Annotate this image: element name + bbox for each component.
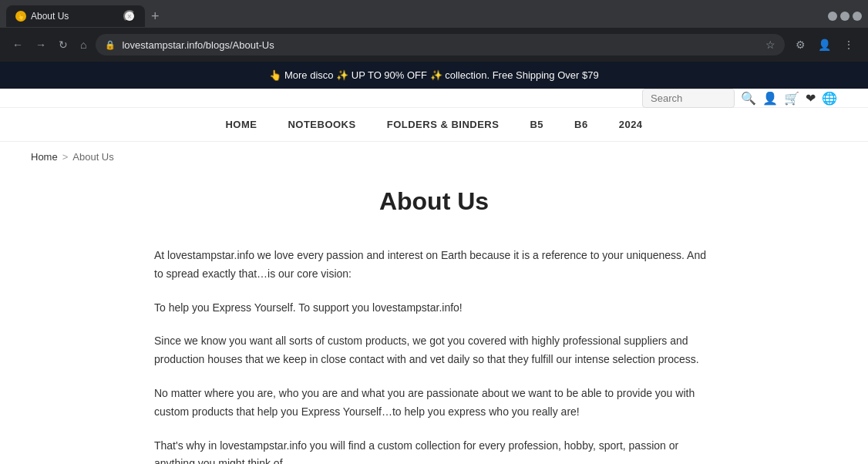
url-text: lovestampstar.info/blogs/About-Us bbox=[122, 39, 759, 51]
breadcrumb: Home > About Us bbox=[0, 142, 868, 172]
main-content: About Us At lovestampstar.info we love e… bbox=[0, 172, 868, 464]
nav-item-b5[interactable]: B5 bbox=[530, 119, 543, 130]
account-icon-button[interactable]: 👤 bbox=[762, 91, 778, 106]
nav-item-home[interactable]: HOME bbox=[225, 119, 257, 130]
paragraph-1: At lovestampstar.info we love every pass… bbox=[154, 247, 714, 284]
nav-search-area: 🔍 👤 🛒 ❤ 🌐 bbox=[642, 89, 837, 108]
paragraph-2: To help you Express Yourself. To support… bbox=[154, 299, 714, 318]
page-title: About Us bbox=[154, 187, 714, 216]
url-bar[interactable]: 🔒 lovestampstar.info/blogs/About-Us ☆ bbox=[96, 34, 785, 55]
main-nav: HOME NOTEBOOKS FOLDERS & BINDERS B5 B6 2… bbox=[0, 108, 868, 142]
search-icon: 🔍 bbox=[741, 92, 756, 105]
restore-button[interactable] bbox=[840, 12, 849, 21]
breadcrumb-separator: > bbox=[62, 151, 69, 163]
security-icon: 🔒 bbox=[105, 40, 116, 50]
nav-item-notebooks[interactable]: NOTEBOOKS bbox=[288, 119, 355, 130]
back-button[interactable]: ← bbox=[9, 35, 26, 54]
cart-icon-button[interactable]: 🛒 bbox=[784, 91, 799, 106]
profile-button[interactable]: 👤 bbox=[813, 34, 836, 55]
announcement-text: 👆 More disco ✨ UP TO 90% OFF ✨ collectio… bbox=[269, 69, 598, 81]
wishlist-icon: ❤ bbox=[806, 92, 816, 105]
home-button[interactable]: ⌂ bbox=[77, 35, 89, 54]
page-content: 👆 More disco ✨ UP TO 90% OFF ✨ collectio… bbox=[0, 62, 868, 464]
search-icon-button[interactable]: 🔍 bbox=[741, 91, 756, 106]
account-icon: 👤 bbox=[762, 92, 778, 105]
breadcrumb-current: About Us bbox=[72, 151, 113, 163]
tab-bar: 👆 About Us × + bbox=[0, 0, 868, 28]
paragraph-3: Since we know you want all sorts of cust… bbox=[154, 332, 714, 369]
window-controls bbox=[828, 12, 862, 21]
paragraph-5: That's why in lovestampstar.info you wil… bbox=[154, 437, 714, 464]
language-icon-button[interactable]: 🌐 bbox=[822, 91, 837, 106]
forward-button[interactable]: → bbox=[32, 35, 49, 54]
close-button[interactable] bbox=[853, 12, 862, 21]
paragraph-4: No matter where you are, who you are and… bbox=[154, 385, 714, 422]
tab-title: About Us bbox=[31, 11, 123, 22]
nav-item-2024[interactable]: 2024 bbox=[619, 119, 643, 130]
wishlist-icon-button[interactable]: ❤ bbox=[806, 91, 816, 106]
search-input[interactable] bbox=[642, 89, 735, 108]
breadcrumb-home-link[interactable]: Home bbox=[31, 151, 58, 163]
language-icon: 🌐 bbox=[822, 92, 837, 105]
announcement-bar: 👆 More disco ✨ UP TO 90% OFF ✨ collectio… bbox=[0, 62, 868, 89]
active-tab[interactable]: 👆 About Us × bbox=[6, 5, 145, 27]
reload-button[interactable]: ↻ bbox=[56, 35, 71, 54]
menu-button[interactable]: ⋮ bbox=[839, 34, 859, 55]
nav-item-folders-binders[interactable]: FOLDERS & BINDERS bbox=[387, 119, 500, 130]
address-bar: ← → ↻ ⌂ 🔒 lovestampstar.info/blogs/About… bbox=[0, 28, 868, 62]
bookmark-button[interactable]: ☆ bbox=[765, 39, 775, 51]
tab-favicon: 👆 bbox=[15, 11, 26, 22]
browser-chrome: 👆 About Us × + ← → ↻ ⌂ 🔒 lovestampstar.i… bbox=[0, 0, 868, 62]
nav-item-b6[interactable]: B6 bbox=[574, 119, 588, 130]
browser-actions: ⚙ 👤 ⋮ bbox=[791, 34, 859, 55]
minimize-button[interactable] bbox=[828, 12, 837, 21]
nav-header: 🔍 👤 🛒 ❤ 🌐 bbox=[0, 89, 868, 108]
url-actions: ☆ bbox=[765, 39, 775, 51]
close-tab-button[interactable]: × bbox=[123, 10, 136, 22]
cart-icon: 🛒 bbox=[784, 92, 799, 105]
new-tab-button[interactable]: + bbox=[145, 8, 166, 25]
content-body: At lovestampstar.info we love every pass… bbox=[154, 247, 714, 464]
extensions-button[interactable]: ⚙ bbox=[791, 34, 810, 55]
